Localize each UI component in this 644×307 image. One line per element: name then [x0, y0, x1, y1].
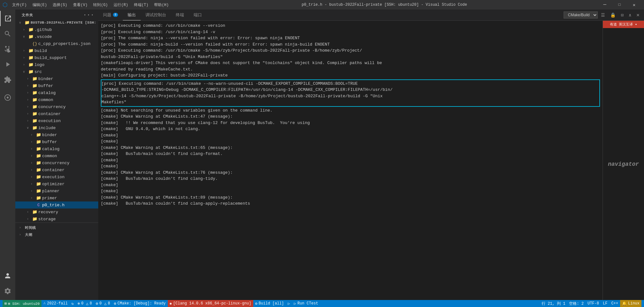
close-button[interactable]: ✕	[627, 0, 641, 10]
tree-label-src: src	[34, 69, 42, 74]
right-panel: 有道 英汉互译 ▾ navigator	[603, 21, 644, 300]
menu-view[interactable]: 查看(V)	[70, 1, 90, 9]
minimize-button[interactable]: ─	[597, 0, 612, 10]
chevron-down-vscode-icon: ∨	[23, 35, 28, 39]
tree-item-src[interactable]: ∨ 📁 src	[15, 68, 98, 75]
tree-item-catalog[interactable]: › 📁 catalog	[15, 89, 98, 96]
status-line-ending[interactable]: LF	[601, 300, 609, 307]
build-label: Build [all]	[259, 301, 284, 306]
activity-source-control[interactable]	[0, 41, 15, 57]
status-play-build[interactable]: ▷	[286, 300, 292, 307]
panel-list-icon[interactable]: ☰	[599, 12, 607, 18]
tree-item-logo[interactable]: › 📁 logo	[15, 61, 98, 68]
warning-icon: △	[86, 301, 88, 306]
status-gear-errors[interactable]: ⚙ 0 △ 8	[94, 300, 112, 307]
tree-item-vscode[interactable]: ∨ 📁 .vscode	[15, 33, 98, 40]
activity-settings[interactable]	[0, 283, 15, 299]
tree-item-include-container[interactable]: › 📁 container	[15, 166, 98, 173]
chevron-right-concurrency-icon: ›	[27, 105, 32, 109]
tree-item-include-binder[interactable]: › 📁 binder	[15, 131, 98, 138]
activity-explorer[interactable]	[0, 11, 15, 26]
tree-item-include-planner[interactable]: › 📁 planner	[15, 187, 98, 194]
tree-item-container[interactable]: › 📁 container	[15, 110, 98, 117]
chevron-right-build-support-icon: ›	[23, 56, 28, 60]
status-run-ctest[interactable]: ▷ Run CTest	[292, 300, 320, 307]
menu-file[interactable]: 文件(F)	[10, 1, 29, 9]
status-language[interactable]: C++	[609, 300, 620, 307]
output-source-dropdown[interactable]: CMake/Build	[564, 11, 598, 18]
folder-src-icon: 📁	[28, 69, 34, 74]
panel-collapse-icon[interactable]: ∧	[627, 12, 633, 18]
tree-item-include-buffer[interactable]: › 📁 buffer	[15, 138, 98, 145]
sidebar-bottom: › 时间线 › 大纲	[15, 223, 98, 239]
tree-item-include-optimizer[interactable]: › 📁 optimizer	[15, 180, 98, 187]
status-build[interactable]: ⚙ Build [all]	[253, 300, 286, 307]
tab-terminal[interactable]: 终端	[171, 10, 189, 20]
tree-item-include-execution[interactable]: › 📁 execution	[15, 173, 98, 180]
status-notifications[interactable]: 🔔 Linux	[620, 300, 641, 307]
tree-item-binder[interactable]: › 📁 binder	[15, 75, 98, 82]
status-cmake[interactable]: ⚙ CMake: [Debug]: Ready	[112, 300, 167, 307]
output-area[interactable]: [proc] Executing command: /usr/bin/cmake…	[98, 21, 603, 300]
status-errors[interactable]: ⊗ 0 △ 8	[76, 300, 94, 307]
menu-goto[interactable]: 转到(G)	[91, 1, 110, 9]
menu-select[interactable]: 选择(S)	[50, 1, 70, 9]
tree-section-timeline[interactable]: › 时间线	[15, 224, 98, 231]
menu-edit[interactable]: 编辑(E)	[30, 1, 50, 9]
tree-root[interactable]: ∨ 📁 BUSTUB-2022FALL-PRIVATE [SSH: U...	[15, 19, 98, 26]
panel-split-icon[interactable]: ⊡	[619, 12, 625, 18]
tab-problems[interactable]: 问题 8	[98, 10, 123, 20]
tree-section-outline[interactable]: › 大纲	[15, 231, 98, 238]
activity-extensions[interactable]	[0, 72, 15, 87]
activity-bottom	[0, 268, 15, 299]
tree-item-include-catalog[interactable]: › 📁 catalog	[15, 145, 98, 152]
status-clang[interactable]: ✱ [Clang 14.0.6 x86_64-pc-linux-gnu]	[168, 300, 253, 307]
tree-item-github[interactable]: › 📁 .github	[15, 26, 98, 33]
panel-right-controls: CMake/Build ☰ 🔒 ⊡ ∧ ✕	[564, 10, 644, 20]
status-remote[interactable]: ⊞ ⊞ SSH: ubuntu20	[3, 300, 41, 307]
tree-item-build-support[interactable]: › 📁 build_support	[15, 54, 98, 61]
tree-item-buffer[interactable]: › 📁 buffer	[15, 82, 98, 89]
chevron-right-build-icon: ›	[23, 49, 28, 53]
activity-accounts[interactable]	[0, 268, 15, 283]
status-branch[interactable]: ⑃ 2022-fall	[41, 300, 70, 307]
tree-item-build[interactable]: › 📁 build	[15, 47, 98, 54]
panel-close-icon[interactable]: ✕	[634, 11, 641, 19]
window-title: p0_trie.h - bustub-2022Fall-private [SSH…	[171, 3, 597, 7]
tree-item-include-common[interactable]: › 📁 common	[15, 152, 98, 159]
tab-debug-console[interactable]: 调试控制台	[141, 10, 171, 20]
tree-item-include-primer[interactable]: › 📁 primer	[15, 194, 98, 201]
tree-item-recovery[interactable]: › 📁 recovery	[15, 208, 98, 216]
menu-run[interactable]: 运行(R)	[111, 1, 131, 9]
activity-remote[interactable]	[0, 90, 15, 105]
output-line: [proc] Executing command: /usr/bin/cmake…	[101, 48, 600, 54]
menu-help[interactable]: 帮助(H)	[152, 1, 171, 9]
output-line: [cmake] CMake Warning at CMakeLists.txt:…	[101, 113, 600, 120]
activity-search[interactable]	[0, 26, 15, 41]
tree-item-execution[interactable]: › 📁 execution	[15, 117, 98, 124]
maximize-button[interactable]: □	[612, 0, 627, 10]
tree-item-cpp-properties[interactable]: {} c_cpp_properties.json	[15, 40, 98, 47]
status-spaces[interactable]: 空格: 2	[567, 300, 586, 307]
tree-item-include-concurrency[interactable]: › 📁 concurrency	[15, 159, 98, 166]
tree-item-common[interactable]: › 📁 common	[15, 96, 98, 103]
activity-run-debug[interactable]	[0, 57, 15, 72]
status-cursor-position[interactable]: 行 21, 列 1	[540, 300, 567, 307]
tab-output[interactable]: 输出	[123, 10, 141, 20]
tree-item-include[interactable]: ∨ 📁 include	[15, 124, 98, 131]
folder-inc-catalog-icon: 📁	[36, 146, 41, 151]
sidebar-more-button[interactable]: ···	[83, 12, 94, 18]
tab-ports[interactable]: 端口	[189, 10, 207, 20]
right-panel-header[interactable]: 有道 英汉互译 ▾	[603, 21, 644, 28]
tree-item-p0-trie[interactable]: C p0_trie.h	[15, 201, 98, 208]
panel-lock-icon[interactable]: 🔒	[608, 12, 618, 18]
chevron-right-inc-primer-icon: ›	[31, 196, 36, 200]
status-encoding[interactable]: UTF-8	[586, 300, 601, 307]
menu-terminal[interactable]: 终端(T)	[131, 1, 151, 9]
right-panel-navigator[interactable]: navigator	[603, 28, 644, 300]
status-sync[interactable]: ↻	[70, 300, 76, 307]
tree-item-concurrency[interactable]: › 📁 concurrency	[15, 103, 98, 110]
tree-label-recovery: recovery	[38, 210, 58, 215]
tree-label-timeline: 时间线	[25, 225, 36, 230]
tree-item-storage[interactable]: › 📁 storage	[15, 216, 98, 223]
